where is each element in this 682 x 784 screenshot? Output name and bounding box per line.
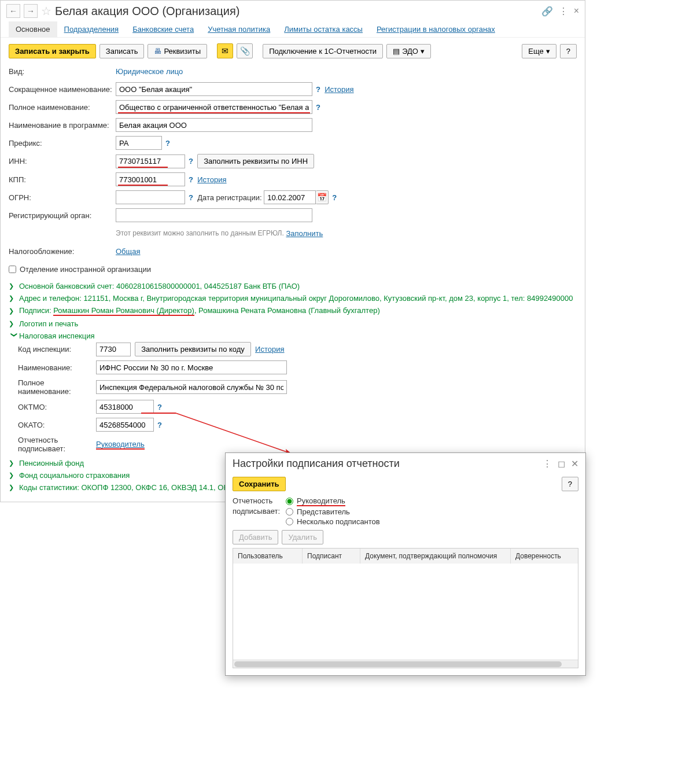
col-proxy[interactable]: Доверенность: [511, 549, 578, 564]
more-icon[interactable]: ⋮: [543, 458, 552, 469]
reg-date-input[interactable]: [264, 190, 316, 204]
help-icon[interactable]: ?: [332, 193, 337, 202]
col-user[interactable]: Пользователь: [233, 549, 303, 564]
dialog-save-button[interactable]: Сохранить: [233, 477, 286, 491]
tax-full-input[interactable]: [96, 380, 287, 394]
tabs: Основное Подразделения Банковские счета …: [1, 21, 585, 38]
help-icon[interactable]: ?: [189, 157, 193, 165]
signing-settings-dialog: Настройки подписания отчетности ⋮ ◻ ✕ Со…: [225, 452, 586, 676]
tax-full-label: Полное наименование:: [18, 378, 96, 396]
close-icon[interactable]: ×: [574, 6, 579, 16]
okato-input[interactable]: [96, 418, 154, 432]
help-icon[interactable]: ?: [316, 103, 320, 112]
close-icon[interactable]: ✕: [571, 458, 578, 469]
reports-signed-by-label: Отчетность подписывает:: [18, 436, 96, 453]
tab-departments[interactable]: Подразделения: [57, 21, 126, 37]
chevron-right-icon: ❯: [9, 472, 17, 479]
ogrn-input[interactable]: [116, 190, 185, 204]
tab-main[interactable]: Основное: [9, 21, 57, 37]
kind-value: Юридическое лицо: [116, 67, 183, 76]
add-button[interactable]: Добавить: [233, 530, 278, 544]
prog-name-label: Наименование в программе:: [9, 121, 116, 130]
kind-label: Вид:: [9, 67, 116, 76]
fill-link[interactable]: Заполнить: [286, 229, 323, 238]
more-icon[interactable]: ⋮: [559, 6, 568, 17]
tree-bank-account[interactable]: ❯Основной банковский счет: 4060281061580…: [9, 280, 577, 292]
history-link[interactable]: История: [197, 175, 226, 184]
tree-signatures[interactable]: ❯Подписи: Ромашкин Роман Романович (Дире…: [9, 304, 577, 318]
help-icon[interactable]: ?: [157, 403, 162, 411]
radio-representative[interactable]: [286, 508, 293, 516]
chevron-right-icon: ❯: [9, 484, 17, 491]
chevron-right-icon: ❯: [9, 459, 17, 467]
signers-table: Пользователь Подписант Документ, подтвер…: [233, 548, 578, 668]
mail-button[interactable]: ✉: [217, 43, 233, 58]
history-link[interactable]: История: [325, 85, 353, 94]
main-window: ← → ☆ Белая акация ООО (Организация) 🔗 ⋮…: [0, 0, 585, 502]
chevron-down-icon: ❯: [10, 332, 18, 340]
page-title: Белая акация ООО (Организация): [55, 5, 538, 18]
maximize-icon[interactable]: ◻: [558, 458, 565, 469]
reg-hint: Этот реквизит можно заполнить по данным …: [116, 229, 284, 237]
print-icon: 🖶: [154, 47, 161, 56]
history-link[interactable]: История: [255, 345, 284, 354]
prog-name-input[interactable]: [116, 118, 312, 132]
radio-multiple[interactable]: [286, 518, 293, 525]
tab-accounting-policy[interactable]: Учетная политика: [201, 21, 277, 37]
connect-1c-button[interactable]: Подключение к 1С-Отчетности: [263, 44, 383, 58]
save-button[interactable]: Записать: [99, 44, 145, 58]
back-button[interactable]: ←: [6, 4, 20, 18]
dialog-title: Настройки подписания отчетности: [233, 458, 400, 470]
edo-button[interactable]: ▤ ЭДО ▾: [386, 44, 431, 58]
favorite-icon[interactable]: ☆: [41, 4, 51, 18]
tax-code-input[interactable]: [96, 343, 131, 356]
dialog-help-button[interactable]: ?: [562, 477, 578, 491]
tree-address[interactable]: ❯Адрес и телефон: 121151, Москва г, Внут…: [9, 292, 577, 304]
delete-button[interactable]: Удалить: [282, 530, 323, 544]
help-button[interactable]: ?: [560, 44, 577, 58]
help-icon[interactable]: ?: [316, 85, 320, 94]
forward-button[interactable]: →: [24, 4, 38, 18]
dialog-sign-label: Отчетность: [233, 496, 280, 506]
attach-button[interactable]: 📎: [237, 43, 253, 58]
help-icon[interactable]: ?: [165, 139, 170, 148]
fill-by-code-button[interactable]: Заполнить реквизиты по коду: [135, 342, 251, 356]
oktmo-input[interactable]: [96, 400, 154, 414]
foreign-checkbox[interactable]: [9, 266, 16, 273]
reg-org-input[interactable]: [116, 208, 312, 222]
more-button[interactable]: Еще ▾: [522, 44, 556, 58]
calendar-button[interactable]: 📅: [316, 190, 329, 204]
radio-leader[interactable]: [286, 498, 293, 505]
requisites-button[interactable]: 🖶Реквизиты: [148, 44, 207, 58]
prefix-input[interactable]: [116, 136, 162, 150]
tab-bank-accounts[interactable]: Банковские счета: [126, 21, 201, 37]
help-icon[interactable]: ?: [189, 175, 193, 184]
link-icon[interactable]: 🔗: [541, 6, 553, 17]
reg-date-label: Дата регистрации:: [197, 193, 261, 202]
tab-tax-registrations[interactable]: Регистрации в налоговых органах: [370, 21, 502, 37]
fill-by-inn-button[interactable]: Заполнить реквизиты по ИНН: [197, 154, 314, 168]
reports-signed-by-link[interactable]: Руководитель: [96, 440, 145, 450]
horizontal-scrollbar[interactable]: [233, 660, 578, 668]
short-name-input[interactable]: [116, 82, 312, 96]
help-icon[interactable]: ?: [189, 193, 193, 202]
tax-code-label: Код инспекции:: [18, 345, 96, 354]
tree-logo[interactable]: ❯Логотип и печать: [9, 318, 577, 330]
col-document[interactable]: Документ, подтверждающий полномочия: [360, 549, 511, 564]
chevron-down-icon: ▾: [546, 47, 550, 56]
tax-value-link[interactable]: Общая: [116, 247, 141, 256]
dialog-sign-label2: подписывает:: [233, 506, 280, 517]
save-close-button[interactable]: Записать и закрыть: [9, 44, 96, 58]
col-signer[interactable]: Подписант: [303, 549, 360, 564]
reg-org-label: Регистрирующий орган:: [9, 211, 116, 220]
chevron-right-icon: ❯: [9, 282, 17, 290]
full-name-label: Полное наименование:: [9, 103, 116, 112]
chevron-down-icon: ▾: [421, 47, 425, 56]
tax-name-input[interactable]: [96, 360, 287, 374]
main-toolbar: Записать и закрыть Записать 🖶Реквизиты ✉…: [1, 38, 585, 64]
tab-cash-limits[interactable]: Лимиты остатка кассы: [277, 21, 370, 37]
tree-tax-inspection[interactable]: ❯Налоговая инспекция: [9, 330, 577, 342]
foreign-label: Отделение иностранной организации: [20, 265, 151, 274]
help-icon[interactable]: ?: [157, 421, 162, 429]
kpp-label: КПП:: [9, 175, 116, 184]
